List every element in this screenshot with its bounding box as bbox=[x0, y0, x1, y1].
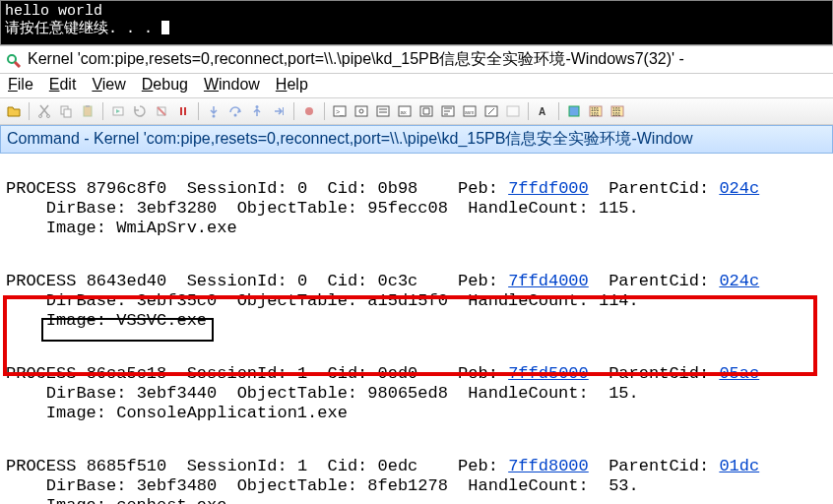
menu-edit[interactable]: Edit bbox=[49, 76, 77, 94]
svg-text:>_: >_ bbox=[336, 108, 344, 116]
svg-rect-32 bbox=[569, 106, 579, 116]
svg-point-2 bbox=[39, 115, 42, 118]
watch-window-icon[interactable] bbox=[352, 101, 371, 121]
go-icon[interactable] bbox=[108, 101, 128, 121]
process-cid: 0ed0 bbox=[378, 364, 418, 383]
windbg-title-bar: Kernel 'com:pipe,resets=0,reconnect,port… bbox=[0, 45, 833, 74]
image-name: conhost.exe bbox=[116, 496, 226, 504]
stop-debug-icon[interactable] bbox=[152, 101, 171, 121]
parentcid-link[interactable]: 024c bbox=[719, 272, 759, 290]
console-line2: 请按任意键继续. . . bbox=[5, 21, 161, 37]
process-entry: PROCESS 86ca5c18 SessionId: 1 Cid: 0ed0 … bbox=[6, 364, 827, 423]
command-output-pane[interactable]: PROCESS 8796c8f0 SessionId: 0 Cid: 0b98 … bbox=[0, 154, 833, 504]
menu-debug[interactable]: Debug bbox=[142, 76, 188, 94]
breakpoint-icon[interactable] bbox=[299, 101, 319, 121]
dirbase-value: 3ebf3440 bbox=[137, 384, 218, 403]
handlecount-value: 114 bbox=[599, 291, 629, 310]
process-addr: 8643ed40 bbox=[87, 272, 167, 290]
command-window-title: Command - Kernel 'com:pipe,resets=0,reco… bbox=[0, 125, 833, 154]
process-addr: 8685f510 bbox=[87, 457, 167, 475]
disasm-window-icon[interactable]: asm bbox=[460, 101, 480, 121]
svg-rect-16 bbox=[283, 107, 284, 115]
image-name: VSSVC.exe bbox=[116, 311, 207, 330]
options-icon[interactable] bbox=[564, 101, 584, 121]
font-icon[interactable]: A bbox=[534, 101, 553, 121]
asm-mode-icon[interactable]: 101101 bbox=[608, 101, 627, 121]
dirbase-value: 3ebf35c0 bbox=[137, 291, 218, 310]
svg-rect-12 bbox=[184, 107, 186, 115]
process-entry: PROCESS 8796c8f0 SessionId: 0 Cid: 0b98 … bbox=[6, 179, 827, 238]
step-out-icon[interactable] bbox=[247, 101, 267, 121]
console-line1: hello world bbox=[5, 3, 102, 20]
peb-link[interactable]: 7ffdf000 bbox=[508, 179, 589, 198]
process-entry: PROCESS 8643ed40 SessionId: 0 Cid: 0c3c … bbox=[6, 272, 827, 331]
paste-icon[interactable] bbox=[78, 101, 97, 121]
svg-text:101: 101 bbox=[612, 111, 621, 117]
toolbar-separator bbox=[293, 102, 294, 120]
memory-window-icon[interactable] bbox=[416, 101, 436, 121]
handlecount-value: 53 bbox=[609, 476, 628, 495]
step-into-icon[interactable] bbox=[204, 101, 224, 121]
run-to-cursor-icon[interactable] bbox=[269, 101, 288, 121]
svg-point-15 bbox=[256, 105, 259, 108]
console-output: hello world 请按任意键继续. . . bbox=[0, 0, 833, 45]
svg-text:ax: ax bbox=[401, 109, 407, 115]
svg-text:A: A bbox=[539, 106, 545, 117]
toolbar-separator bbox=[102, 102, 103, 120]
registers-window-icon[interactable]: ax bbox=[395, 101, 415, 121]
locals-window-icon[interactable] bbox=[373, 101, 393, 121]
step-over-icon[interactable] bbox=[225, 101, 245, 121]
menu-help[interactable]: Help bbox=[276, 76, 308, 94]
objtab-value: 95fecc08 bbox=[367, 199, 448, 218]
process-addr: 86ca5c18 bbox=[87, 364, 167, 383]
handlecount-value: 15 bbox=[609, 384, 628, 403]
objtab-value: 8feb1278 bbox=[367, 476, 448, 495]
process-addr: 8796c8f0 bbox=[87, 179, 167, 198]
break-icon[interactable] bbox=[173, 101, 193, 121]
svg-rect-7 bbox=[86, 105, 90, 107]
image-name: WmiApSrv.exe bbox=[116, 219, 236, 237]
toolbar-separator bbox=[528, 102, 529, 120]
command-window-icon[interactable]: >_ bbox=[330, 101, 350, 121]
open-icon[interactable] bbox=[4, 101, 24, 121]
cut-icon[interactable] bbox=[34, 101, 54, 121]
svg-point-3 bbox=[47, 115, 50, 118]
process-session: 0 bbox=[297, 272, 307, 290]
parentcid-link[interactable]: 05ac bbox=[719, 364, 759, 383]
toolbar-separator bbox=[198, 102, 199, 120]
process-cid: 0c3c bbox=[378, 272, 418, 290]
svg-rect-11 bbox=[180, 107, 182, 115]
process-cid: 0b98 bbox=[378, 179, 418, 198]
peb-link[interactable]: 7ffd5000 bbox=[508, 364, 589, 383]
svg-rect-6 bbox=[84, 106, 92, 116]
menu-view[interactable]: View bbox=[92, 76, 125, 94]
parentcid-link[interactable]: 024c bbox=[719, 179, 759, 198]
menu-bar: File Edit View Debug Window Help bbox=[0, 74, 833, 97]
peb-link[interactable]: 7ffd4000 bbox=[508, 272, 589, 290]
svg-point-13 bbox=[213, 115, 216, 118]
objtab-value: a15d15f0 bbox=[367, 291, 448, 310]
callstack-window-icon[interactable] bbox=[438, 101, 458, 121]
source-mode-icon[interactable]: 101101 bbox=[586, 101, 606, 121]
svg-point-17 bbox=[305, 107, 313, 115]
toolbar-separator bbox=[29, 102, 30, 120]
handlecount-value: 115 bbox=[599, 199, 629, 218]
parentcid-link[interactable]: 01dc bbox=[719, 457, 759, 475]
windbg-title-text: Kernel 'com:pipe,resets=0,reconnect,port… bbox=[28, 49, 684, 70]
dirbase-value: 3ebf3280 bbox=[137, 199, 218, 218]
toolbar: >_ ax asm A 101101 101101 bbox=[0, 97, 833, 125]
source-window-icon[interactable] bbox=[503, 101, 523, 121]
svg-text:101: 101 bbox=[591, 111, 600, 117]
restart-icon[interactable] bbox=[130, 101, 150, 121]
copy-icon[interactable] bbox=[56, 101, 76, 121]
peb-link[interactable]: 7ffd8000 bbox=[508, 457, 589, 475]
menu-file[interactable]: File bbox=[8, 76, 33, 94]
scratch-window-icon[interactable] bbox=[481, 101, 501, 121]
menu-window[interactable]: Window bbox=[204, 76, 260, 94]
process-entry: PROCESS 8685f510 SessionId: 1 Cid: 0edc … bbox=[6, 457, 827, 504]
image-name: ConsoleApplication1.exe bbox=[116, 404, 348, 422]
toolbar-separator bbox=[558, 102, 559, 120]
process-session: 1 bbox=[297, 364, 307, 383]
objtab-value: 98065ed8 bbox=[367, 384, 448, 403]
cmd-title-text: Command - Kernel 'com:pipe,resets=0,reco… bbox=[7, 130, 693, 147]
